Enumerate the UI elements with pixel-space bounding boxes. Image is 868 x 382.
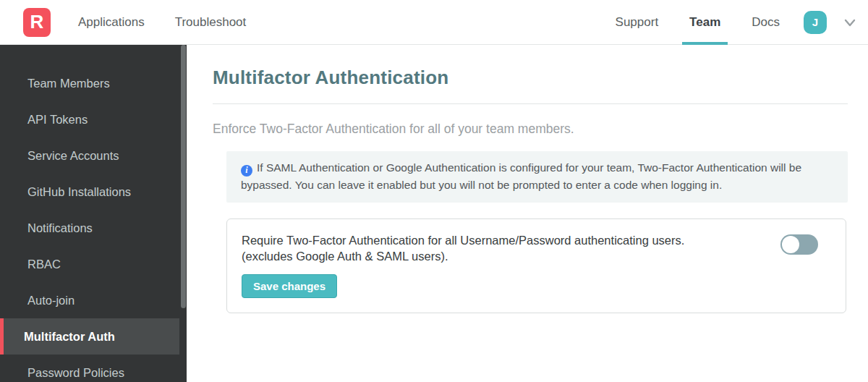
title-divider [213,103,848,104]
sidebar-item-label: GitHub Installations [27,185,131,199]
nav-item-docs[interactable]: Docs [752,15,780,30]
info-note-text: If SAML Authentication or Google Authent… [241,161,801,191]
mfa-setting-card: Require Two-Factor Authentication for al… [226,218,846,313]
main-layout: Team Members API Tokens Service Accounts… [0,45,868,382]
nav-item-team[interactable]: Team [682,1,728,44]
sidebar-item-label: Team Members [27,77,110,90]
sidebar-item-label: Password Policies [27,366,124,380]
save-changes-button[interactable]: Save changes [242,274,337,298]
info-icon: i [241,165,252,177]
sidebar-item-label: API Tokens [27,113,88,127]
avatar-initial: J [812,16,818,28]
mfa-toggle-knob [782,236,799,253]
mfa-setting-label-line2: (excludes Google Auth & SAML users). [242,248,684,264]
nav-item-applications[interactable]: Applications [78,15,145,30]
mfa-setting-label-line1: Require Two-Factor Authentication for al… [242,232,684,248]
sidebar-item-github-installations[interactable]: GitHub Installations [0,174,179,210]
sidebar-item-service-accounts[interactable]: Service Accounts [0,137,179,174]
sidebar-item-label: RBAC [27,258,61,271]
info-note: iIf SAML Authentication or Google Authen… [226,151,848,203]
sidebar-item-label: Multifactor Auth [24,330,115,344]
user-avatar[interactable]: J [804,11,827,34]
mfa-toggle[interactable] [780,234,818,255]
intro-text: Enforce Two-Factor Authentication for al… [213,122,848,137]
sidebar-scrollbar[interactable] [181,45,186,308]
sidebar-item-label: Auto-join [27,294,75,307]
secondary-nav: Support Team Docs J [616,1,858,44]
nav-item-team-label: Team [689,15,720,29]
sidebar-item-multifactor-auth[interactable]: Multifactor Auth [0,318,179,355]
sidebar-item-auto-join[interactable]: Auto-join [0,282,179,318]
active-tab-underline [682,42,728,45]
sidebar-item-team-members[interactable]: Team Members [0,65,179,101]
sidebar-item-label: Service Accounts [27,149,119,163]
nav-item-support[interactable]: Support [616,15,659,30]
page-title: Multifactor Authentication [213,67,848,89]
sidebar-item-api-tokens[interactable]: API Tokens [0,101,179,137]
primary-nav: Applications Troubleshoot [78,15,246,30]
top-header: R Applications Troubleshoot Support Team… [0,0,868,45]
mfa-setting-label: Require Two-Factor Authentication for al… [242,232,684,264]
sidebar-item-password-policies[interactable]: Password Policies [0,355,179,382]
sidebar-item-rbac[interactable]: RBAC [0,246,179,282]
settings-sidebar: Team Members API Tokens Service Accounts… [0,45,187,382]
nav-item-troubleshoot[interactable]: Troubleshoot [175,15,247,30]
logo-letter: R [30,11,44,33]
chevron-down-icon[interactable] [842,14,858,30]
sidebar-item-label: Notifications [27,221,93,235]
app-logo[interactable]: R [23,8,51,37]
content-area: Multifactor Authentication Enforce Two-F… [187,45,868,382]
sidebar-item-notifications[interactable]: Notifications [0,210,179,246]
